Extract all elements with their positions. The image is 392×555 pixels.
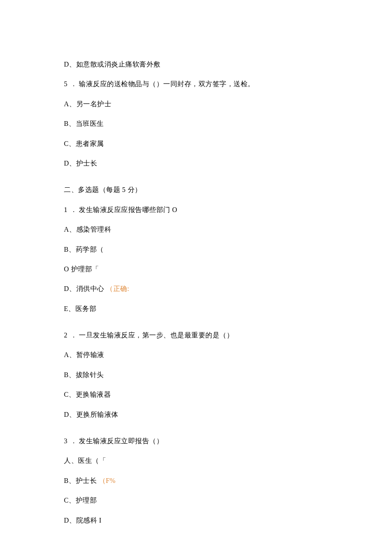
mq1-option-b: B、药学部（ (64, 245, 328, 254)
mq3-option-b: B、护士长 （F% (64, 476, 328, 485)
q5-option-c: C、患者家属 (64, 139, 328, 148)
q5-stem: 5．输液反应的送检物品与（）一同封存，双方签字，送检。 (64, 79, 328, 89)
mq1-text: 发生输液反应应报告哪些部门 O (79, 206, 177, 213)
mq3-option-c: C、护理部 (64, 496, 328, 505)
mq1-option-d: D、消供中心 （正确: (64, 284, 328, 293)
mq2-option-a: A、暂停输液 (64, 350, 328, 360)
q5-number: 5 (64, 79, 68, 89)
mq1-option-d-text: D、消供中心 (64, 285, 104, 292)
mq3-text: 发生输液反应立即报告（） (79, 437, 163, 445)
mq2-number: 2 (64, 331, 68, 340)
mq3-dot: ． (70, 436, 78, 446)
q5-option-a: A、另一名护士 (64, 99, 328, 109)
q5-text: 输液反应的送检物品与（）一同封存，双方签字，送检。 (79, 80, 255, 87)
mq1-option-c: O 护理部「 (64, 264, 328, 274)
mq2-option-d: D、更换所输液体 (64, 410, 328, 419)
q5-option-d: D、护士长 (64, 159, 328, 168)
mq1-option-e: E、医务部 (64, 304, 328, 314)
prev-question-option-d: D、如意散或消炎止痛软膏外敷 (64, 60, 328, 69)
mq3-option-b-text: B、护士长 (64, 477, 97, 484)
mq3-stem: 3．发生输液反应立即报告（） (64, 436, 328, 446)
q5-dot: ． (70, 79, 78, 89)
mq2-option-b: B、拔除针头 (64, 370, 328, 380)
mq3-option-b-note: （F% (99, 477, 116, 484)
document-page: D、如意散或消炎止痛软膏外敷 5．输液反应的送检物品与（）一同封存，双方签字，送… (0, 0, 392, 555)
mq1-stem: 1．发生输液反应应报告哪些部门 O (64, 205, 328, 215)
mq1-option-d-note: （正确: (106, 285, 129, 292)
q5-option-b: B、当班医生 (64, 119, 328, 128)
mq3-number: 3 (64, 436, 68, 446)
mq1-number: 1 (64, 205, 68, 215)
mq3-option-a: 人、医生（「 (64, 456, 328, 465)
mq2-dot: ． (70, 331, 78, 340)
mq3-option-d: D、院感科 I (64, 516, 328, 525)
mq2-option-c: C、更换输液器 (64, 390, 328, 399)
section-2-title: 二、多选题（每题 5 分） (64, 185, 328, 195)
mq1-option-a: A、感染管理科 (64, 225, 328, 234)
mq2-text: 一旦发生输液反应，第一步、也是最重要的是（） (79, 331, 233, 339)
mq2-stem: 2．一旦发生输液反应，第一步、也是最重要的是（） (64, 331, 328, 340)
mq1-dot: ． (70, 205, 78, 215)
